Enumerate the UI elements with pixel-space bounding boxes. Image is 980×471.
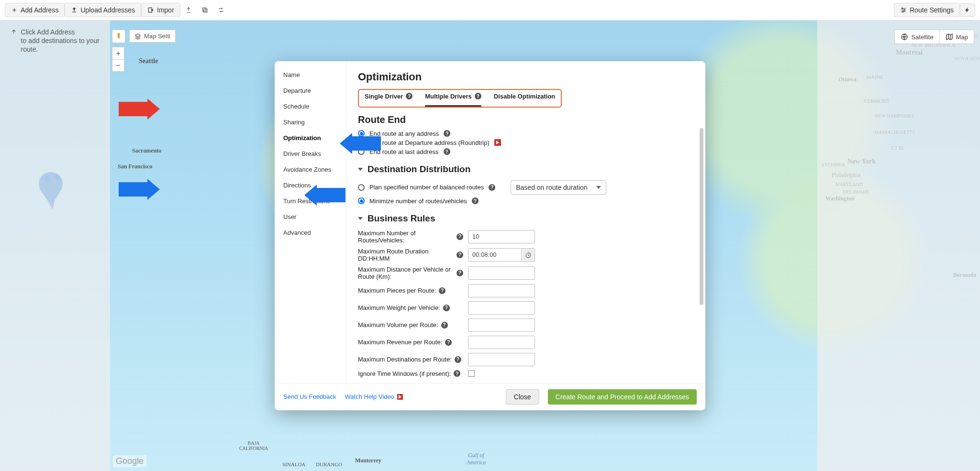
tab-disable-optimization[interactable]: Disable Optimization — [494, 93, 556, 102]
svg-rect-6 — [118, 35, 120, 38]
upload-addresses-button[interactable]: Upload Addresses — [65, 3, 141, 17]
help-icon[interactable]: ? — [489, 184, 495, 191]
map-settings-label: Map Setti — [144, 33, 170, 40]
duration-picker-button[interactable] — [521, 249, 535, 261]
help-icon[interactable]: ? — [439, 287, 445, 294]
route-end-last[interactable]: End route at last address ? — [358, 148, 687, 155]
svg-point-8 — [44, 175, 50, 182]
max-volume-input[interactable] — [468, 318, 535, 332]
app-logo — [32, 167, 70, 215]
map-type-selector: Satellite Map — [894, 30, 974, 44]
modal-nav: Name Departure Schedule Sharing Optimiza… — [275, 61, 346, 383]
help-icon[interactable]: ? — [472, 197, 479, 204]
nav-driver-breaks[interactable]: Driver Breaks — [275, 146, 346, 162]
help-icon[interactable]: ? — [455, 356, 461, 363]
help-icon[interactable]: ? — [445, 339, 452, 346]
globe-icon — [901, 33, 908, 41]
satellite-button[interactable]: Satellite — [895, 30, 939, 44]
max-revenue-label: Maximum Revenue per Route: — [358, 339, 442, 346]
nav-name[interactable]: Name — [275, 67, 346, 83]
destination-distribution-title: Destination Distribution — [368, 164, 470, 175]
route-end-roundtrip[interactable]: End route at Departure address (Roundtri… — [358, 139, 687, 146]
route-settings-label: Route Settings — [910, 6, 954, 14]
help-icon[interactable]: ? — [444, 130, 450, 137]
google-attribution: Google — [113, 455, 146, 467]
route-settings-button[interactable]: Route Settings — [894, 3, 960, 17]
nav-schedule[interactable]: Schedule — [275, 99, 346, 114]
scrollbar[interactable] — [700, 128, 703, 305]
tab-single-driver[interactable]: Single Driver ? — [365, 93, 412, 102]
max-pieces-input[interactable] — [468, 284, 535, 297]
watch-help-video-link[interactable]: Watch Help Video — [345, 393, 403, 400]
help-icon[interactable]: ? — [457, 270, 463, 276]
create-route-button[interactable]: Create Route and Proceed to Add Addresse… — [548, 389, 697, 405]
destination-distribution-header[interactable]: Destination Distribution — [358, 164, 687, 175]
business-rules-header[interactable]: Business Rules — [358, 213, 687, 224]
max-weight-input[interactable] — [468, 301, 535, 315]
send-feedback-link[interactable]: Send Us Feedback — [283, 393, 336, 400]
toolbar-stub-3[interactable] — [213, 4, 229, 16]
max-duration-input[interactable]: 00:08:00 — [468, 248, 535, 262]
caret-down-icon — [358, 217, 363, 220]
minimize-routes[interactable]: Minimize number of routes/vehicles ? — [358, 197, 687, 205]
modal-footer: Send Us Feedback Watch Help Video Close … — [275, 383, 705, 410]
help-icon[interactable]: ? — [443, 305, 450, 311]
zoom-controls: + − — [112, 47, 124, 72]
svg-point-3 — [904, 10, 905, 11]
max-routes-label: Maximum Number of Routes/Vehicles: — [358, 230, 454, 244]
nav-departure[interactable]: Departure — [275, 83, 346, 99]
max-distance-input[interactable] — [468, 266, 535, 280]
help-icon[interactable]: ? — [475, 93, 481, 99]
ignore-tw-checkbox[interactable] — [468, 370, 475, 377]
layers-icon — [134, 33, 141, 40]
top-toolbar: Add Address Upload Addresses Impor Route… — [0, 0, 980, 21]
route-settings-modal: Name Departure Schedule Sharing Optimiza… — [275, 61, 705, 410]
max-destinations-input[interactable] — [468, 353, 535, 366]
zoom-out-button[interactable]: − — [112, 59, 124, 72]
swap-icon — [218, 7, 224, 13]
zoom-in-button[interactable]: + — [112, 47, 124, 59]
nav-directions[interactable]: Directions — [275, 177, 346, 193]
svg-rect-1 — [202, 8, 206, 11]
help-icon[interactable]: ? — [441, 322, 448, 329]
pegman-icon — [114, 32, 123, 41]
max-revenue-input[interactable] — [468, 336, 535, 349]
upload-icon — [185, 7, 192, 13]
radio-icon — [358, 197, 365, 204]
help-icon[interactable]: ? — [457, 233, 463, 240]
video-icon[interactable] — [494, 139, 501, 146]
add-address-button[interactable]: Add Address — [5, 3, 65, 17]
nav-avoidance-zones[interactable]: Avoidance Zones — [275, 162, 346, 177]
map-button[interactable]: Map — [940, 30, 974, 44]
help-icon[interactable]: ? — [457, 252, 463, 258]
pegman-button[interactable] — [112, 30, 125, 43]
nav-sharing[interactable]: Sharing — [275, 114, 346, 130]
route-end-any[interactable]: End route at any address ? — [358, 130, 687, 137]
ignore-tw-label: Ignore Time Windows (if present): — [358, 370, 451, 377]
nav-turn-restrictions[interactable]: Turn Restrictions — [275, 193, 346, 209]
nav-user[interactable]: User — [275, 209, 346, 225]
map-icon — [946, 33, 953, 41]
bolt-button[interactable] — [960, 3, 975, 17]
nav-advanced[interactable]: Advanced — [275, 225, 346, 241]
close-button[interactable]: Close — [506, 389, 539, 405]
help-icon[interactable]: ? — [454, 370, 460, 377]
max-distance-label: Maximum Distance per Vehicle or Route (K… — [358, 266, 454, 280]
nav-optimization[interactable]: Optimization — [275, 130, 346, 146]
tab-disable-label: Disable Optimization — [494, 93, 556, 100]
toolbar-stub-2[interactable] — [197, 4, 213, 16]
sliders-icon — [900, 7, 907, 13]
toolbar-stub-1[interactable] — [180, 4, 197, 16]
bolt-icon — [964, 7, 971, 13]
tab-single-label: Single Driver — [365, 93, 403, 100]
map-settings-button[interactable]: Map Setti — [129, 30, 176, 43]
tab-multiple-drivers[interactable]: Multiple Drivers ? — [425, 93, 481, 102]
satellite-label: Satellite — [911, 33, 933, 41]
route-end-roundtrip-label: End route at Departure address (Roundtri… — [369, 139, 490, 146]
balance-basis-select[interactable]: Based on route duration — [511, 180, 606, 195]
help-icon[interactable]: ? — [444, 148, 450, 155]
max-routes-input[interactable]: 10 — [468, 230, 535, 243]
plan-balanced-routes[interactable]: Plan specified number of balanced routes… — [358, 184, 495, 191]
help-icon[interactable]: ? — [406, 93, 412, 99]
import-button[interactable]: Impor — [141, 3, 180, 17]
